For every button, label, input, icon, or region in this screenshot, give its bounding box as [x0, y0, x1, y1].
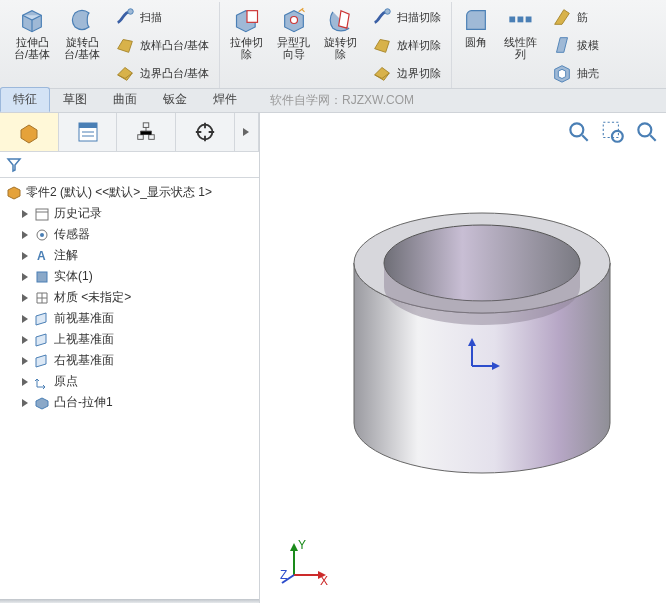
tree-node-history[interactable]: 历史记录 [2, 203, 257, 224]
tree-node-label: 凸台-拉伸1 [54, 394, 113, 411]
rib-button[interactable]: 筋 [547, 4, 603, 30]
extrude-boss-button[interactable]: 拉伸凸 台/基体 [10, 4, 54, 62]
manager-tab-property[interactable] [59, 113, 118, 151]
loft-boss-button[interactable]: 放样凸台/基体 [110, 32, 213, 58]
tab-sketch[interactable]: 草图 [50, 87, 100, 112]
ribbon-group-cut: 拉伸切 除 异型孔 向导 旋转切 除 扫描切除 放样切除 边界切除 [220, 2, 452, 88]
tree-filter-bar[interactable] [0, 152, 259, 178]
extrude-cut-button[interactable]: 拉伸切 除 [226, 4, 267, 62]
expand-icon [20, 398, 30, 408]
watermark-text: 软件自学网：RJZXW.COM [270, 92, 414, 109]
material-icon [34, 290, 50, 306]
feature-icon [34, 395, 50, 411]
tree-node-label: 前视基准面 [54, 310, 114, 327]
loft-cut-button[interactable]: 放样切除 [367, 32, 445, 58]
model-cylinder[interactable] [310, 153, 650, 493]
boundary-cut-button[interactable]: 边界切除 [367, 60, 445, 86]
tab-sheetmetal[interactable]: 钣金 [150, 87, 200, 112]
hole-wizard-button[interactable]: 异型孔 向导 [273, 4, 314, 62]
linear-pattern-button[interactable]: 线性阵 列 [500, 4, 541, 62]
expand-icon [20, 356, 30, 366]
tree-node-sensor[interactable]: 传感器 [2, 224, 257, 245]
tree-root[interactable]: 零件2 (默认) <<默认>_显示状态 1> [2, 182, 257, 203]
history-icon [34, 206, 50, 222]
origin-triad-icon [460, 338, 500, 378]
funnel-icon [6, 157, 22, 173]
svg-text:Z: Z [280, 568, 287, 582]
tab-surface[interactable]: 曲面 [100, 87, 150, 112]
tab-weldment[interactable]: 焊件 [200, 87, 250, 112]
boundary-boss-button[interactable]: 边界凸台/基体 [110, 60, 213, 86]
expand-icon [20, 293, 30, 303]
sweep-boss-button[interactable]: 扫描 [110, 4, 213, 30]
tree-node-material[interactable]: 材质 <未指定> [2, 287, 257, 308]
expand-icon [20, 209, 30, 219]
tree-node-label: 传感器 [54, 226, 90, 243]
svg-text:Y: Y [298, 538, 306, 552]
feature-manager-panel: 零件2 (默认) <<默认>_显示状态 1> 历史记录传感器注解实体(1)材质 … [0, 113, 260, 603]
expand-icon [20, 230, 30, 240]
ribbon-group-features: 拉伸凸 台/基体 旋转凸 台/基体 扫描 放样凸台/基体 边界凸台/基体 [4, 2, 220, 88]
tree-node-label: 实体(1) [54, 268, 93, 285]
ribbon-group-modify: 圆角 线性阵 列 筋 拔模 抽壳 [452, 2, 609, 88]
plane-icon [34, 353, 50, 369]
tree-node-plane[interactable]: 前视基准面 [2, 308, 257, 329]
draft-button[interactable]: 拔模 [547, 32, 603, 58]
revolve-cut-button[interactable]: 旋转切 除 [320, 4, 361, 62]
ribbon: 拉伸凸 台/基体 旋转凸 台/基体 扫描 放样凸台/基体 边界凸台/基体 拉伸切… [0, 0, 666, 89]
tree-node-label: 材质 <未指定> [54, 289, 131, 306]
tree-node-origin[interactable]: 原点 [2, 371, 257, 392]
tree-node-label: 右视基准面 [54, 352, 114, 369]
plane-icon [34, 311, 50, 327]
annot-icon [34, 248, 50, 264]
tree-node-label: 历史记录 [54, 205, 102, 222]
part-icon [6, 185, 22, 201]
tree-node-solid[interactable]: 实体(1) [2, 266, 257, 287]
manager-tab-config[interactable] [117, 113, 176, 151]
sweep-cut-button[interactable]: 扫描切除 [367, 4, 445, 30]
tree-node-feature[interactable]: 凸台-拉伸1 [2, 392, 257, 413]
graphics-viewport[interactable]: Y X Z [260, 113, 666, 603]
tree-node-label: 上视基准面 [54, 331, 114, 348]
expand-icon [20, 251, 30, 261]
expand-icon [20, 335, 30, 345]
tree-node-plane[interactable]: 上视基准面 [2, 329, 257, 350]
expand-icon [20, 314, 30, 324]
manager-tab-more[interactable] [235, 113, 259, 151]
view-orientation-triad-icon: Y X Z [280, 535, 330, 585]
tree-node-label: 原点 [54, 373, 78, 390]
zoom-fit-button[interactable] [566, 119, 592, 145]
manager-tab-feature-tree[interactable] [0, 113, 59, 151]
origin-icon [34, 374, 50, 390]
manager-pane-tabs [0, 113, 259, 152]
view-prev-button[interactable] [634, 119, 660, 145]
expand-icon [20, 272, 30, 282]
feature-tree: 零件2 (默认) <<默认>_显示状态 1> 历史记录传感器注解实体(1)材质 … [0, 178, 259, 599]
solid-icon [34, 269, 50, 285]
zoom-area-button[interactable] [600, 119, 626, 145]
tree-node-label: 注解 [54, 247, 78, 264]
svg-point-23 [384, 225, 580, 301]
revolve-boss-button[interactable]: 旋转凸 台/基体 [60, 4, 104, 62]
shell-button[interactable]: 抽壳 [547, 60, 603, 86]
plane-icon [34, 332, 50, 348]
svg-text:X: X [320, 574, 328, 585]
sensor-icon [34, 227, 50, 243]
command-tabs: 特征 草图 曲面 钣金 焊件 软件自学网：RJZXW.COM [0, 89, 666, 113]
viewport-toolbar [566, 119, 660, 145]
tree-node-plane[interactable]: 右视基准面 [2, 350, 257, 371]
panel-resize-handle[interactable] [0, 599, 259, 603]
tree-root-label: 零件2 (默认) <<默认>_显示状态 1> [26, 184, 212, 201]
expand-icon [20, 377, 30, 387]
manager-tab-dimxpert[interactable] [176, 113, 235, 151]
tab-features[interactable]: 特征 [0, 87, 50, 112]
tree-node-annot[interactable]: 注解 [2, 245, 257, 266]
fillet-button[interactable]: 圆角 [458, 4, 494, 50]
